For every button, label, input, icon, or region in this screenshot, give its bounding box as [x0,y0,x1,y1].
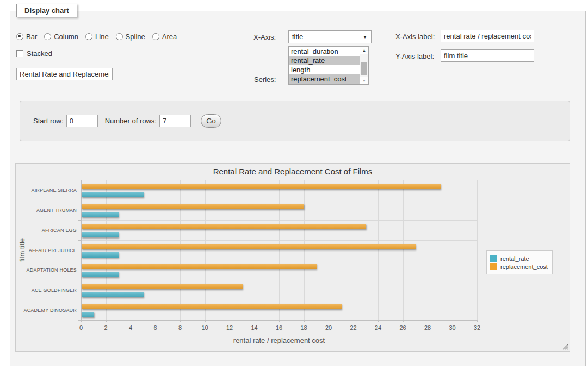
radio-icon[interactable] [152,33,159,40]
gridline [378,180,379,320]
stacked-checkbox[interactable] [16,50,23,57]
x-tick-label: 22 [343,324,364,331]
series-option-rental_rate[interactable]: rental_rate [289,56,360,65]
chart-type-label: Column [54,33,78,41]
series-option-replacement_cost[interactable]: replacement_cost [289,74,360,84]
chart-legend: rental_ratereplacement_cost [486,250,553,274]
x-tick-label: 20 [318,324,339,331]
chart: Rental Rate and Replacement Cost of Film… [15,163,570,352]
scroll-down-icon[interactable]: ▼ [360,77,368,84]
gridline [180,180,181,320]
gridline [428,180,428,320]
bar-rental_rate[interactable] [82,192,144,197]
num-rows-input[interactable] [159,115,191,127]
gridline [81,280,477,280]
dropdown-arrow-icon: ▼ [363,35,367,40]
x-tick-label: 12 [219,324,240,331]
gridline [255,180,255,320]
chart-type-bar[interactable]: Bar [16,33,37,41]
x-tick-label: 24 [367,324,389,331]
series-scrollbar[interactable]: ▲ ▼ [360,47,368,84]
x-axis-title: rental rate / replacement cost [81,336,477,344]
gridline [354,180,354,320]
bar-replacement_cost[interactable] [82,184,441,189]
start-row-label: Start row: [33,117,64,125]
chart-title: Rental Rate and Replacement Cost of Film… [16,167,570,176]
rows-panel: Start row: Number of rows: Go [20,101,570,141]
chart-type-line[interactable]: Line [85,33,109,41]
radio-icon[interactable] [116,33,123,40]
series-select-label: Series: [254,76,276,84]
bar-rental_rate[interactable] [82,232,119,237]
bar-rental_rate[interactable] [82,252,119,258]
radio-icon[interactable] [44,33,51,40]
x-axis-label-label: X-Axis label: [395,33,435,41]
bar-rental_rate[interactable] [82,272,119,277]
gridline [81,200,477,200]
series-option-length[interactable]: length [289,65,360,74]
scrollbar-thumb[interactable] [361,62,367,75]
x-tick-label: 26 [392,324,414,331]
x-axis-select-label: X-Axis: [253,33,276,41]
x-axis-line [81,320,478,321]
x-tick-label: 0 [70,324,92,331]
go-button[interactable]: Go [201,114,221,128]
gridline [279,180,280,320]
stacked-option[interactable]: Stacked [16,48,52,58]
chart-type-label: Spline [126,33,145,41]
panel-title-tab: Display chart [16,4,77,17]
chart-type-spline[interactable]: Spline [116,33,145,41]
chart-type-area[interactable]: Area [152,33,177,41]
legend-label: rental_rate [500,255,529,262]
chart-type-options: BarColumnLineSplineArea [16,32,184,41]
legend-item-replacement_cost[interactable]: replacement_cost [490,263,548,270]
bar-replacement_cost[interactable] [82,264,317,269]
x-tick-label: 8 [169,324,191,331]
bar-replacement_cost[interactable] [82,224,366,229]
gridline [81,300,477,300]
gridline [453,180,453,320]
gridline [81,240,477,241]
bar-rental_rate[interactable] [82,312,94,317]
chart-title-input[interactable] [16,68,113,80]
gridline [477,180,478,320]
y-axis-label-label: Y-Axis label: [395,52,434,60]
x-tick-label: 6 [145,324,166,331]
gridline [230,180,230,320]
scroll-up-icon[interactable]: ▲ [360,47,368,54]
bar-replacement_cost[interactable] [82,284,243,289]
start-row-input[interactable] [66,115,98,127]
resize-handle-icon[interactable] [562,344,568,350]
radio-icon[interactable] [16,33,23,40]
y-axis-title: film title [18,180,26,320]
num-rows-label: Number of rows: [105,117,157,125]
chart-type-label: Area [162,33,177,41]
x-tick-label: 14 [244,324,265,331]
legend-label: replacement_cost [500,264,548,270]
radio-icon[interactable] [85,33,92,40]
legend-swatch-icon [490,263,497,270]
bar-replacement_cost[interactable] [82,304,342,309]
x-tick-label: 32 [466,324,488,331]
chart-type-column[interactable]: Column [44,33,78,41]
bar-replacement_cost[interactable] [82,244,416,249]
x-tick-label: 28 [417,324,438,331]
x-axis-selected-value: title [292,33,303,41]
gridline [81,220,477,221]
legend-item-rental_rate[interactable]: rental_rate [490,255,548,262]
bar-replacement_cost[interactable] [82,204,304,209]
x-tick-label: 18 [293,324,315,331]
x-axis-label-input[interactable] [441,30,534,42]
gridline [329,180,329,320]
bar-rental_rate[interactable] [82,212,119,217]
bar-rental_rate[interactable] [82,292,144,297]
x-tick-label: 2 [95,324,117,331]
x-axis-select[interactable]: title ▼ [288,30,372,43]
y-axis-label-input[interactable] [441,49,534,62]
series-option-rental_duration[interactable]: rental_duration [289,47,360,56]
chart-type-label: Line [95,33,109,41]
y-axis-line [81,180,82,320]
stacked-label: Stacked [27,49,52,58]
chart-type-label: Bar [26,33,37,41]
series-listbox[interactable]: rental_durationrental_ratelengthreplacem… [288,46,369,85]
